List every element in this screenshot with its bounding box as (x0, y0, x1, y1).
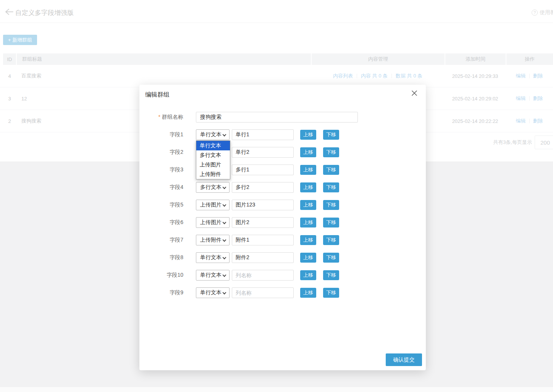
chevron-down-icon (223, 133, 226, 137)
field-type-select[interactable]: 单行文本 (196, 252, 230, 263)
chevron-down-icon (223, 256, 226, 260)
field-label: 字段3 (139, 166, 183, 173)
field-type-dropdown: 单行文本 多行文本 上传图片 上传附件 (196, 140, 230, 179)
group-name-row: *群组名称 (139, 112, 426, 123)
move-up-button[interactable]: 上移 (300, 253, 316, 263)
field-name-input[interactable] (232, 165, 294, 175)
field-name-input[interactable] (232, 147, 294, 158)
modal-title: 编辑群组 (145, 91, 170, 99)
move-up-button[interactable]: 上移 (300, 165, 316, 175)
field-row: 字段7 上传附件 上移 下移 (139, 235, 426, 245)
edit-group-modal: 编辑群组 *群组名称 字段1 单行文本 上移 下移 字段2 单行文本 上移 下 (139, 85, 426, 370)
field-row: 字段3 多行文本 上移 下移 (139, 165, 426, 175)
move-up-button[interactable]: 上移 (300, 235, 316, 245)
move-up-button[interactable]: 上移 (300, 147, 316, 157)
field-type-select[interactable]: 上传附件 (196, 235, 230, 245)
field-name-input[interactable] (232, 129, 294, 140)
dropdown-option[interactable]: 上传附件 (196, 169, 230, 179)
field-name-input[interactable] (232, 217, 294, 228)
field-name-input[interactable] (232, 287, 294, 298)
move-down-button[interactable]: 下移 (323, 253, 339, 263)
field-row: 字段8 单行文本 上移 下移 (139, 252, 426, 263)
chevron-down-icon (223, 186, 226, 189)
move-down-button[interactable]: 下移 (323, 130, 339, 140)
field-type-select[interactable]: 单行文本 (196, 129, 230, 140)
field-label: 字段1 (139, 131, 183, 138)
dropdown-option[interactable]: 多行文本 (196, 150, 230, 160)
field-label: 字段5 (139, 202, 183, 208)
field-label: 字段9 (139, 289, 183, 296)
field-type-select[interactable]: 上传图片 (196, 217, 230, 228)
group-name-input[interactable] (196, 112, 358, 123)
confirm-submit-button[interactable]: 确认提交 (386, 353, 422, 366)
chevron-down-icon (223, 203, 226, 207)
move-up-button[interactable]: 上移 (300, 182, 316, 192)
move-down-button[interactable]: 下移 (323, 182, 339, 192)
field-type-select[interactable]: 单行文本 (196, 287, 230, 298)
field-row: 字段6 上传图片 上移 下移 (139, 217, 426, 228)
group-name-label: *群组名称 (139, 114, 183, 121)
move-down-button[interactable]: 下移 (323, 235, 339, 245)
close-icon[interactable] (411, 90, 418, 97)
field-type-select[interactable]: 单行文本 (196, 270, 230, 281)
field-label: 字段8 (139, 254, 183, 261)
move-down-button[interactable]: 下移 (323, 147, 339, 157)
field-row: 字段2 单行文本 上移 下移 (139, 147, 426, 158)
chevron-down-icon (223, 273, 226, 277)
move-down-button[interactable]: 下移 (323, 218, 339, 227)
field-name-input[interactable] (232, 252, 294, 263)
move-up-button[interactable]: 上移 (300, 270, 316, 280)
field-label: 字段4 (139, 184, 183, 191)
dropdown-option[interactable]: 上传图片 (196, 160, 230, 169)
field-row: 字段1 单行文本 上移 下移 (139, 129, 426, 140)
field-name-input[interactable] (232, 270, 294, 281)
field-label: 字段7 (139, 237, 183, 244)
chevron-down-icon (223, 238, 226, 242)
chevron-down-icon (223, 221, 226, 224)
move-down-button[interactable]: 下移 (323, 165, 339, 175)
chevron-down-icon (223, 291, 226, 295)
required-mark: * (158, 114, 160, 120)
field-rows: 字段1 单行文本 上移 下移 字段2 单行文本 上移 下移 字段3 多行文本 上… (139, 129, 426, 298)
move-up-button[interactable]: 上移 (300, 130, 316, 140)
field-name-input[interactable] (232, 200, 294, 210)
field-row: 字段4 多行文本 上移 下移 (139, 182, 426, 193)
move-down-button[interactable]: 下移 (323, 288, 339, 298)
field-label: 字段2 (139, 149, 183, 156)
dropdown-option[interactable]: 单行文本 (196, 141, 230, 150)
move-up-button[interactable]: 上移 (300, 218, 316, 227)
field-label: 字段10 (139, 272, 183, 279)
field-name-input[interactable] (232, 235, 294, 245)
field-type-select[interactable]: 上传图片 (196, 200, 230, 210)
field-row: 字段10 单行文本 上移 下移 (139, 270, 426, 281)
move-down-button[interactable]: 下移 (323, 270, 339, 280)
field-label: 字段6 (139, 219, 183, 226)
field-row: 字段5 上传图片 上移 下移 (139, 200, 426, 210)
field-type-select[interactable]: 多行文本 (196, 182, 230, 193)
field-name-input[interactable] (232, 182, 294, 193)
move-down-button[interactable]: 下移 (323, 200, 339, 210)
modal-body: *群组名称 字段1 单行文本 上移 下移 字段2 单行文本 上移 下移 字段3 … (139, 112, 426, 305)
move-up-button[interactable]: 上移 (300, 288, 316, 298)
move-up-button[interactable]: 上移 (300, 200, 316, 210)
field-row: 字段9 单行文本 上移 下移 (139, 287, 426, 298)
